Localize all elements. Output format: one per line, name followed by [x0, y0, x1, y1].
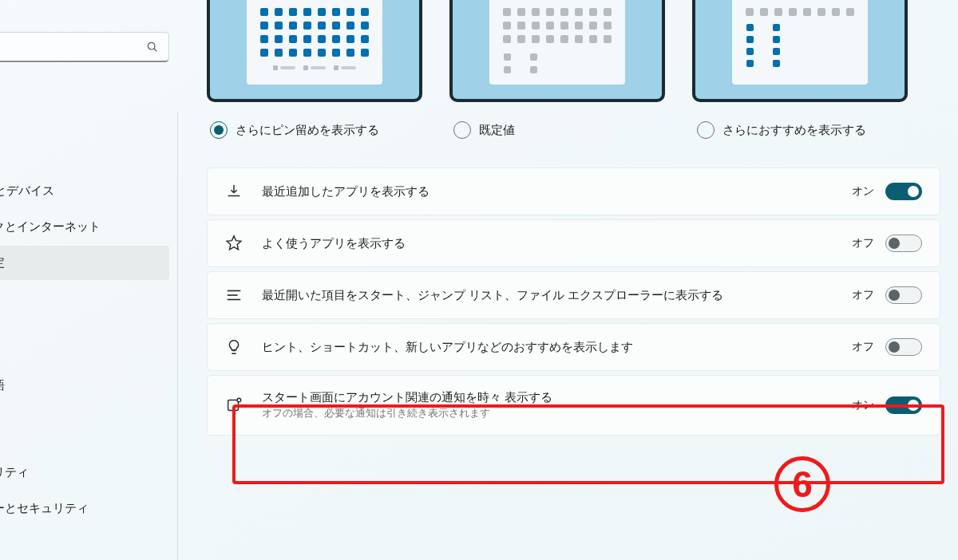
- svg-rect-5: [228, 400, 239, 411]
- radio-default[interactable]: 既定値: [453, 121, 697, 139]
- sidebar-item-label: 言語: [0, 378, 5, 392]
- toggle[interactable]: [885, 338, 922, 356]
- sidebar-item-privacy[interactable]: シーとセキュリティ: [0, 491, 169, 526]
- radio-icon: [210, 121, 228, 139]
- svg-point-0: [148, 42, 155, 49]
- sidebar: th とデバイス ークとインターネット 設定 ト 言語 ビリティ シーとセキュリ…: [0, 0, 177, 560]
- radio-icon: [453, 121, 471, 139]
- setting-tips-recommendations[interactable]: ヒント、ショートカット、新しいアプリなどのおすすめを表示します オフ: [207, 323, 940, 371]
- sidebar-item-label: 設定: [0, 255, 5, 269]
- notification-icon: [225, 396, 243, 414]
- sidebar-item-label: シーとセキュリティ: [0, 501, 89, 515]
- content: さらにピン留めを表示する 既定値 さらにおすすめを表示する 最近追加したアプリを…: [178, 0, 958, 560]
- radio-icon: [697, 121, 715, 139]
- toggle[interactable]: [885, 235, 922, 252]
- toggle[interactable]: [885, 183, 922, 200]
- toggle-state: オン: [852, 184, 874, 199]
- radio-label: さらにピン留めを表示する: [236, 123, 379, 138]
- radio-label: さらにおすすめを表示する: [722, 123, 866, 138]
- sidebar-item-personalization[interactable]: 設定: [0, 246, 169, 280]
- lightbulb-icon: [225, 338, 243, 356]
- setting-title: 最近追加したアプリを表示する: [262, 184, 833, 199]
- radio-more-pins[interactable]: さらにピン留めを表示する: [210, 121, 453, 139]
- setting-title: 最近開いた項目をスタート、ジャンプ リスト、ファイル エクスプローラーに表示する: [262, 288, 833, 303]
- sidebar-item-label: ークとインターネット: [0, 219, 101, 233]
- sidebar-item-accounts[interactable]: ト: [0, 333, 169, 367]
- toggle-state: オフ: [852, 288, 874, 302]
- toggle-state: オン: [852, 398, 874, 412]
- preview-more-recommendations[interactable]: [692, 0, 908, 102]
- setting-recent-items[interactable]: 最近開いた項目をスタート、ジャンプ リスト、ファイル エクスプローラーに表示する…: [207, 271, 940, 319]
- preview-more-pins[interactable]: [207, 0, 422, 102]
- search-input[interactable]: [0, 32, 169, 62]
- svg-point-6: [237, 398, 241, 402]
- layout-radio-row: さらにピン留めを表示する 既定値 さらにおすすめを表示する: [207, 121, 940, 139]
- nav-list: th とデバイス ークとインターネット 設定 ト 言語 ビリティ シーとセキュリ…: [0, 174, 177, 526]
- sidebar-item-label: ビリティ: [0, 465, 29, 479]
- search-icon: [146, 41, 159, 53]
- toggle[interactable]: [885, 286, 922, 304]
- setting-subtitle: オフの場合、必要な通知は引き続き表示されます: [262, 407, 833, 420]
- toggle-state: オフ: [852, 340, 874, 354]
- list-icon: [225, 286, 243, 304]
- sidebar-item-language[interactable]: 言語: [0, 369, 169, 403]
- setting-title: ヒント、ショートカット、新しいアプリなどのおすすめを表示します: [262, 340, 833, 355]
- download-icon: [225, 183, 243, 200]
- setting-title: スタート画面にアカウント関連の通知を時々 表示する: [262, 390, 833, 405]
- svg-line-1: [154, 49, 156, 51]
- setting-account-notifications[interactable]: スタート画面にアカウント関連の通知を時々 表示する オフの場合、必要な通知は引き…: [207, 375, 940, 436]
- radio-label: 既定値: [479, 123, 515, 138]
- star-icon: [225, 235, 243, 252]
- setting-recently-added[interactable]: 最近追加したアプリを表示する オン: [207, 168, 940, 215]
- sidebar-item-label: th とデバイス: [0, 183, 54, 197]
- preview-default[interactable]: [449, 0, 665, 102]
- toggle-state: オフ: [852, 236, 874, 250]
- setting-title: よく使うアプリを表示する: [262, 236, 833, 251]
- setting-most-used[interactable]: よく使うアプリを表示する オフ: [207, 219, 940, 267]
- sidebar-item-accessibility[interactable]: ビリティ: [0, 455, 169, 490]
- sidebar-item-network[interactable]: ークとインターネット: [0, 210, 169, 244]
- sidebar-item-bluetooth[interactable]: th とデバイス: [0, 174, 169, 208]
- radio-more-recommendations[interactable]: さらにおすすめを表示する: [697, 121, 940, 139]
- toggle[interactable]: [885, 396, 922, 414]
- layout-previews: [207, 0, 940, 102]
